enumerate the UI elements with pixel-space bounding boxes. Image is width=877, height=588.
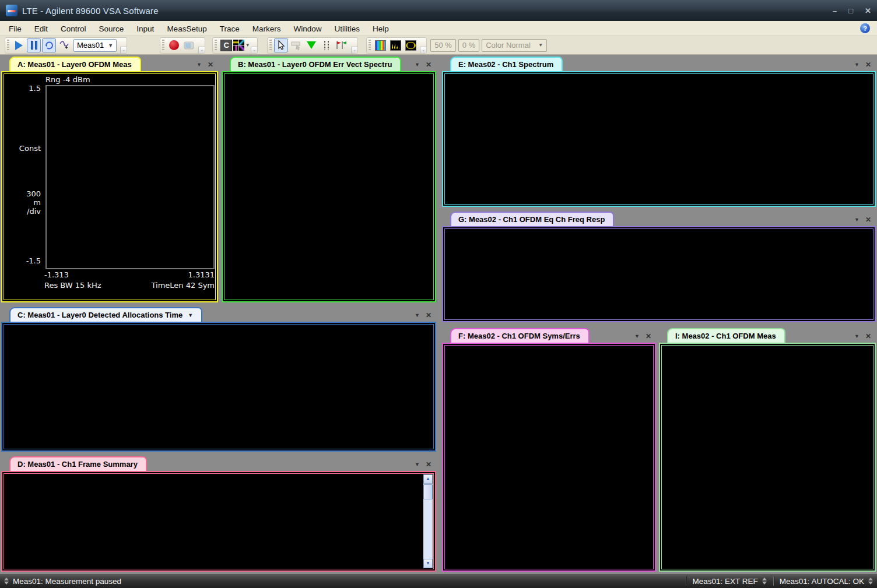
color-mode-select[interactable]: Color Normal ▼ — [482, 39, 547, 52]
window-A-menu-button[interactable]: ▼ — [197, 62, 202, 68]
window-G-title: G: Meas02 - Ch1 OFDM Eq Ch Freq Resp — [458, 215, 605, 224]
menu-window[interactable]: Window — [287, 23, 328, 35]
menu-trace[interactable]: Trace — [213, 23, 246, 35]
toolbar-grip[interactable] — [269, 40, 272, 51]
c-trace-icon: C — [220, 40, 232, 51]
offset-lines-icon — [324, 41, 329, 50]
restart-button[interactable] — [42, 38, 56, 52]
window-I: I: Meas02 - Ch1 OFDM Meas ▼✕ — [659, 328, 876, 572]
window-G-menu-button[interactable]: ▼ — [854, 217, 860, 223]
minimize-button[interactable]: – — [833, 6, 837, 15]
x-zoom-field[interactable]: 50 % — [430, 39, 456, 52]
menu-utilities[interactable]: Utilities — [328, 23, 366, 35]
scroll-down-button[interactable]: ▼ — [423, 559, 433, 568]
plot-A-canvas[interactable] — [45, 85, 215, 269]
y-zoom-field[interactable]: 0 % — [458, 39, 479, 52]
window-G-close-button[interactable]: ✕ — [865, 216, 871, 224]
close-button[interactable]: ✕ — [865, 6, 871, 15]
window-E-tab[interactable]: E: Meas02 - Ch1 Spectrum — [450, 57, 563, 71]
status-spinner[interactable] — [762, 578, 767, 585]
frame-summary-scrollbar[interactable]: ▲ ▼ — [423, 474, 433, 568]
help-icon[interactable]: ? — [860, 23, 870, 33]
single-trace-button[interactable]: C — [219, 38, 233, 52]
window-G-tab[interactable]: G: Meas02 - Ch1 OFDM Eq Ch Freq Resp — [450, 212, 614, 226]
window-D: D: Meas01 - Ch1 Frame Summary ▼✕ ▲ ▼ — [1, 456, 436, 572]
window-C-trace-select-icon[interactable]: ▼ — [188, 312, 193, 318]
window-I-menu-button[interactable]: ▼ — [854, 333, 860, 339]
play-button[interactable] — [12, 38, 26, 52]
window-D-body: ▲ ▼ — [1, 471, 436, 572]
toolbar-grip[interactable] — [215, 40, 217, 51]
window-E-close-button[interactable]: ✕ — [865, 61, 871, 69]
chevron-down-icon: ▼ — [245, 43, 250, 48]
window-B-close-button[interactable]: ✕ — [426, 61, 432, 69]
toolbar-overflow-chevron[interactable]: ⌄ — [198, 47, 205, 53]
maximize-button[interactable]: □ — [848, 6, 853, 15]
scroll-up-button[interactable]: ▲ — [423, 474, 433, 484]
window-A-tab[interactable]: A: Meas01 - Layer0 OFDM Meas — [9, 57, 141, 71]
menu-meassetup[interactable]: MeasSetup — [160, 23, 213, 35]
axis-info-row: -1.3131.3131 — [44, 270, 215, 279]
window-D-menu-button[interactable]: ▼ — [415, 462, 420, 467]
offset-marker-button[interactable] — [320, 38, 334, 52]
workspace: A: Meas01 - Layer0 OFDM Meas ▼✕ Rng -4 d… — [0, 55, 877, 574]
pause-button[interactable] — [27, 38, 41, 52]
spectrogram-view-button[interactable] — [373, 38, 387, 52]
title-bar: LTE - Agilent 89600 VSA Software – □ ✕ — [0, 0, 877, 21]
pointer-button[interactable] — [274, 38, 288, 52]
menu-control[interactable]: Control — [54, 23, 93, 35]
window-I-tab[interactable]: I: Meas02 - Ch1 OFDM Meas — [667, 328, 785, 343]
scroll-thumb[interactable] — [423, 484, 433, 499]
trigger-button[interactable] — [57, 38, 71, 52]
range-label: Rng -4 dBm — [45, 75, 90, 84]
toolbar-grip[interactable] — [7, 40, 9, 51]
window-F: F: Meas02 - Ch1 OFDM Syms/Errs ▼✕ — [442, 328, 656, 572]
window-C-tab[interactable]: C: Meas01 - Layer0 Detected Allocations … — [9, 307, 202, 322]
status-autocal: Meas01: AUTOCAL: OK — [780, 577, 864, 586]
window-F-close-button[interactable]: ✕ — [646, 332, 651, 340]
menu-input[interactable]: Input — [130, 23, 160, 35]
status-bar: Meas01: Measurement paused Meas01: EXT R… — [0, 574, 877, 588]
menu-help[interactable]: Help — [366, 23, 395, 35]
window-D-tab[interactable]: D: Meas01 - Ch1 Frame Summary — [9, 456, 147, 471]
flag-markers-icon — [335, 40, 348, 50]
menu-markers[interactable]: Markers — [246, 23, 287, 35]
toolbar-overflow-chevron[interactable]: ⌄ — [251, 47, 257, 53]
eye-diagram-button[interactable] — [404, 38, 418, 52]
window-F-tab[interactable]: F: Meas02 - Ch1 OFDM Syms/Errs — [450, 328, 590, 343]
window-E-menu-button[interactable]: ▼ — [854, 62, 860, 68]
window-B-tab[interactable]: B: Meas01 - Layer0 OFDM Err Vect Spectru — [230, 57, 401, 71]
menu-source[interactable]: Source — [93, 23, 131, 35]
window-A-close-button[interactable]: ✕ — [208, 61, 213, 69]
quad-trace-button[interactable]: ▼ — [234, 38, 248, 52]
window-C-close-button[interactable]: ✕ — [426, 311, 432, 319]
toolbar-group-record: ⌄ — [160, 37, 205, 54]
pointer-icon — [277, 40, 286, 50]
y-axis-label: 300m/div — [3, 189, 41, 216]
status-spinner[interactable] — [4, 578, 9, 585]
flag-markers-button[interactable] — [335, 38, 349, 52]
measurement-select[interactable]: Meas01 ▼ — [73, 39, 117, 52]
toolbar-overflow-chevron[interactable]: ⌄ — [420, 47, 426, 53]
menu-file[interactable]: File — [2, 23, 28, 35]
toolbar-grip[interactable] — [162, 40, 164, 51]
marker-button[interactable] — [304, 38, 318, 52]
window-F-menu-button[interactable]: ▼ — [634, 333, 640, 339]
window-I-close-button[interactable]: ✕ — [865, 332, 871, 340]
window-D-title: D: Meas01 - Ch1 Frame Summary — [17, 460, 138, 469]
menu-edit[interactable]: Edit — [28, 23, 54, 35]
band-cursor-button[interactable] — [289, 38, 303, 52]
status-spinner[interactable] — [868, 578, 873, 585]
toolbar-grip[interactable] — [369, 40, 371, 51]
window-B-menu-button[interactable]: ▼ — [415, 62, 420, 68]
player-button[interactable] — [182, 38, 196, 52]
app-title: LTE - Agilent 89600 VSA Software — [22, 6, 159, 16]
spectrogram-icon — [375, 40, 386, 51]
player-icon — [184, 41, 194, 50]
window-C-menu-button[interactable]: ▼ — [415, 312, 420, 318]
toolbar-overflow-chevron[interactable]: ⌄ — [120, 47, 127, 53]
toolbar-overflow-chevron[interactable]: ⌄ — [351, 47, 357, 53]
window-D-close-button[interactable]: ✕ — [426, 460, 432, 469]
record-button[interactable] — [167, 38, 181, 52]
spectrum-view-button[interactable] — [388, 38, 402, 52]
